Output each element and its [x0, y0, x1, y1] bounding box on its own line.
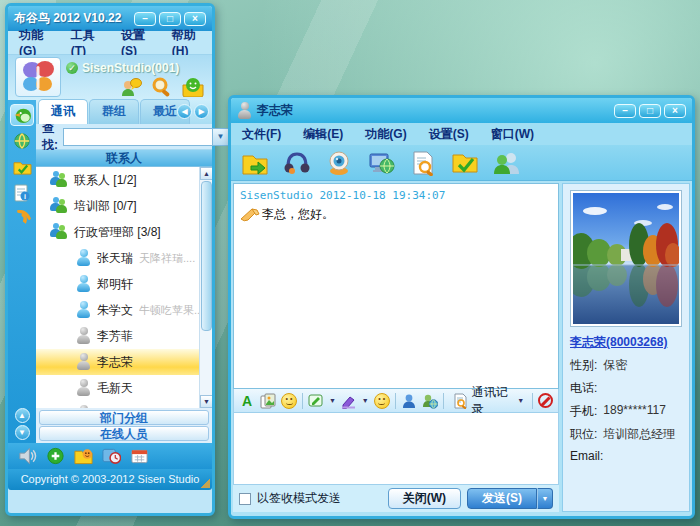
rail-nav-arrows	[8, 408, 36, 440]
resize-grip[interactable]	[200, 478, 210, 488]
message-input[interactable]	[233, 413, 559, 485]
quick-icons	[120, 77, 204, 97]
remote-desktop-icon[interactable]	[367, 150, 395, 176]
main-statusbar: Copyright © 2003-2012 Sisen Studio	[8, 469, 212, 490]
chat-maximize-button[interactable]	[639, 104, 661, 118]
group-label: 联系人 [1/2]	[74, 172, 137, 189]
search-label: 查找:	[42, 120, 58, 154]
department-groups-button[interactable]: 部门分组	[39, 410, 209, 425]
pen-dropdown-icon[interactable]	[329, 397, 336, 404]
rail-scroll-down-icon[interactable]	[15, 425, 30, 440]
autumn-lake-photo	[573, 193, 679, 324]
tab-scroll-right-icon[interactable]	[194, 104, 209, 119]
search-dropdown-icon[interactable]	[212, 129, 228, 145]
contact-row[interactable]: 毛新天	[36, 375, 199, 401]
chat-menu-edit[interactable]: 编辑(E)	[292, 122, 354, 147]
search-input[interactable]	[64, 129, 212, 145]
scroll-down-icon[interactable]	[200, 395, 212, 408]
format-toolbar: 通讯记录	[233, 389, 559, 413]
buddy-icon[interactable]	[401, 393, 417, 409]
search-combobox	[63, 128, 229, 146]
contact-row[interactable]: 郑明轩	[36, 271, 199, 297]
avatar-online	[76, 301, 91, 319]
online-users-button[interactable]: 在线人员	[39, 426, 209, 441]
chat-menu-settings[interactable]: 设置(S)	[418, 122, 480, 147]
history-search-icon[interactable]	[409, 150, 437, 176]
send-button[interactable]: 发送(S)	[467, 488, 537, 509]
web-buddy-icon[interactable]	[422, 393, 438, 409]
image-icon[interactable]	[260, 393, 276, 409]
group-row[interactable]: 联系人 [1/2]	[36, 167, 199, 193]
font-icon[interactable]	[239, 393, 255, 409]
chat-close-button[interactable]	[664, 104, 686, 118]
block-icon[interactable]	[538, 393, 553, 408]
contact-row-selected[interactable]: 李志荣	[36, 349, 199, 375]
timer-icon[interactable]	[102, 447, 121, 465]
chat-titlebar[interactable]: 李志荣	[231, 98, 692, 123]
rail-folder-tab[interactable]	[10, 156, 34, 178]
profile-photo[interactable]	[570, 190, 682, 327]
rail-info-tab[interactable]: i	[10, 182, 34, 204]
highlighter-dropdown-icon[interactable]	[362, 397, 369, 404]
contacts-icon[interactable]	[493, 150, 521, 176]
send-button-group: 发送(S)	[467, 488, 553, 509]
contacts-header[interactable]: 联系人	[36, 150, 212, 167]
phone-icon	[13, 210, 31, 228]
group-row[interactable]: 行政管理部 [3/8]	[36, 219, 199, 245]
emoticon-icon[interactable]	[281, 393, 297, 409]
contact-row[interactable]: 朱学文 牛顿吃苹果...	[36, 297, 199, 323]
folder-check-icon[interactable]	[451, 150, 479, 176]
user-avatar[interactable]	[15, 57, 61, 97]
message-history[interactable]: SisenStudio 2012-10-18 19:34:07 李总，您好。	[233, 183, 559, 389]
scroll-up-icon[interactable]	[200, 167, 212, 180]
close-chat-button[interactable]: 关闭(W)	[388, 488, 461, 509]
contact-name: 朱学文	[97, 302, 133, 319]
calendar-icon[interactable]	[130, 447, 149, 465]
rail-phone-tab[interactable]	[10, 208, 34, 230]
profile-field-email: Email:	[570, 449, 682, 463]
rail-network-tab[interactable]	[10, 130, 34, 152]
chat-toolbar	[231, 145, 692, 181]
send-options-dropdown-icon[interactable]	[537, 488, 553, 509]
scrollbar-thumb[interactable]	[201, 181, 212, 331]
highlighter-icon[interactable]	[341, 393, 357, 409]
add-friend-icon[interactable]	[120, 77, 142, 97]
group-row[interactable]: 培训部 [0/7]	[36, 193, 199, 219]
profile-link[interactable]: 李志荣(80003268)	[570, 334, 667, 351]
tab-groups[interactable]: 群组	[89, 99, 139, 124]
receipt-mode-checkbox[interactable]	[239, 493, 251, 505]
chat-window: 李志荣 文件(F) 编辑(E) 功能(G) 设置(S) 窗口(W)	[228, 95, 695, 519]
chat-menu-window[interactable]: 窗口(W)	[480, 122, 545, 147]
toolbar-separator	[395, 393, 396, 409]
chat-main: SisenStudio 2012-10-18 19:34:07 李总，您好。	[231, 181, 692, 514]
chat-menu-features[interactable]: 功能(G)	[354, 122, 417, 147]
contact-scrollbar[interactable]	[199, 167, 212, 408]
main-body: i 通讯 群组 最近	[8, 100, 212, 443]
add-icon[interactable]	[46, 447, 65, 465]
contact-row[interactable]: 李芳菲	[36, 323, 199, 349]
messenger-bird-icon	[13, 106, 32, 124]
message-box-icon[interactable]	[182, 77, 204, 97]
audio-chat-icon[interactable]	[283, 150, 311, 176]
contact-row[interactable]: 张天瑞 天降祥瑞....	[36, 245, 199, 271]
rail-contacts-tab[interactable]	[10, 104, 34, 126]
video-chat-icon[interactable]	[325, 150, 353, 176]
rail-scroll-up-icon[interactable]	[15, 408, 30, 423]
tongue-emoticon-icon[interactable]	[374, 393, 390, 409]
chat-minimize-button[interactable]	[614, 104, 636, 118]
pen-icon[interactable]	[308, 393, 324, 409]
field-label: 手机:	[570, 403, 597, 420]
left-rail: i	[8, 100, 36, 443]
chat-menu-file[interactable]: 文件(F)	[231, 122, 292, 147]
folder-emoticon-icon[interactable]	[74, 447, 93, 465]
search-icon[interactable]	[151, 77, 173, 97]
group-icon	[50, 223, 68, 241]
send-file-icon[interactable]	[241, 150, 269, 176]
tab-contacts[interactable]: 通讯	[38, 99, 88, 124]
speaker-icon[interactable]	[18, 447, 37, 465]
avatar-online	[76, 275, 91, 293]
contact-signature: 天降祥瑞....	[139, 251, 195, 266]
avatar-offline	[76, 327, 91, 345]
contact-row[interactable]: 王勇 技术部经理	[36, 401, 199, 408]
tab-scroll-left-icon[interactable]	[177, 104, 192, 119]
